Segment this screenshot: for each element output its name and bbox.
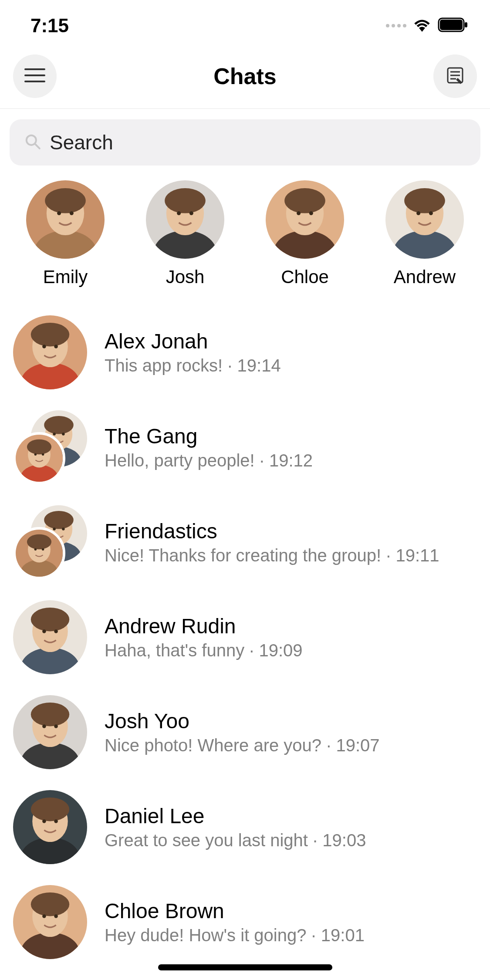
story-item[interactable]: Josh — [128, 180, 242, 287]
svg-point-29 — [309, 211, 313, 215]
svg-point-70 — [42, 629, 46, 633]
battery-icon — [438, 17, 468, 34]
chat-name: Daniel Lee — [105, 804, 477, 828]
svg-rect-1 — [440, 20, 463, 30]
svg-point-33 — [404, 188, 445, 213]
story-item[interactable]: Andrew — [368, 180, 481, 287]
svg-point-88 — [42, 914, 46, 918]
chat-item[interactable]: Andrew Rudin Haha, that's funny · 19:09 — [13, 590, 477, 685]
search-container — [0, 109, 490, 176]
chat-name: Andrew Rudin — [105, 614, 477, 638]
chat-list[interactable]: Alex Jonah This app rocks! · 19:14 The G… — [0, 305, 490, 970]
avatar — [266, 180, 344, 259]
chat-item[interactable]: Alex Jonah This app rocks! · 19:14 — [13, 305, 477, 400]
chat-name: The Gang — [105, 424, 477, 448]
avatar — [13, 315, 87, 389]
svg-line-11 — [35, 144, 40, 149]
avatar — [13, 695, 87, 769]
chat-content: The Gang Hello, party people! · 19:12 — [105, 424, 477, 470]
chat-content: Friendastics Nice! Thanks for creating t… — [105, 519, 477, 565]
status-time: 7:15 — [30, 15, 69, 37]
svg-point-87 — [31, 892, 69, 916]
chat-content: Chloe Brown Hey dude! How's it going? · … — [105, 899, 477, 945]
avatar — [13, 790, 87, 864]
svg-point-57 — [44, 511, 74, 529]
story-item[interactable]: Emily — [9, 180, 122, 287]
svg-point-58 — [53, 527, 56, 531]
svg-point-75 — [31, 703, 69, 726]
chat-name: Alex Jonah — [105, 329, 477, 353]
story-name: Chloe — [281, 267, 329, 287]
svg-point-82 — [42, 819, 46, 823]
svg-point-81 — [31, 798, 69, 821]
avatar — [13, 600, 87, 674]
svg-point-77 — [54, 724, 58, 728]
svg-point-52 — [34, 453, 37, 456]
stories-row[interactable]: Emily Josh Chloe Andrew — [0, 176, 490, 305]
chat-preview: This app rocks! · 19:14 — [105, 356, 477, 375]
status-bar: 7:15 — [0, 0, 490, 48]
svg-point-41 — [54, 345, 58, 348]
chat-content: Andrew Rudin Haha, that's funny · 19:09 — [105, 614, 477, 660]
svg-point-45 — [44, 416, 74, 434]
avatar — [26, 180, 105, 259]
svg-point-15 — [45, 188, 86, 213]
svg-point-34 — [416, 211, 420, 215]
svg-point-39 — [31, 323, 69, 346]
chat-name: Friendastics — [105, 519, 477, 543]
menu-button[interactable] — [13, 54, 57, 98]
chat-content: Daniel Lee Great to see you last night ·… — [105, 804, 477, 850]
chat-item[interactable]: Josh Yoo Nice photo! Where are you? · 19… — [13, 685, 477, 780]
chat-item[interactable]: The Gang Hello, party people! · 19:12 — [13, 400, 477, 495]
svg-point-22 — [177, 211, 181, 215]
svg-rect-2 — [465, 22, 467, 27]
chat-preview: Great to see you last night · 19:03 — [105, 831, 477, 850]
svg-point-64 — [34, 548, 37, 551]
chat-name: Chloe Brown — [105, 899, 477, 923]
story-name: Andrew — [394, 267, 456, 287]
story-item[interactable]: Chloe — [248, 180, 362, 287]
svg-point-35 — [429, 211, 433, 215]
chat-content: Josh Yoo Nice photo! Where are you? · 19… — [105, 709, 477, 755]
avatar — [146, 180, 224, 259]
chat-content: Alex Jonah This app rocks! · 19:14 — [105, 329, 477, 375]
svg-point-16 — [57, 211, 61, 215]
search-icon — [24, 133, 41, 152]
story-name: Emily — [43, 267, 88, 287]
signal-dots-icon — [386, 24, 406, 27]
chat-item[interactable]: Chloe Brown Hey dude! How's it going? · … — [13, 875, 477, 970]
compose-button[interactable] — [433, 54, 477, 98]
svg-point-46 — [53, 433, 56, 436]
svg-point-71 — [54, 629, 58, 633]
svg-point-65 — [42, 548, 44, 551]
chat-preview: Hello, party people! · 19:12 — [105, 451, 477, 470]
chat-item[interactable]: Daniel Lee Great to see you last night ·… — [13, 780, 477, 875]
svg-point-23 — [189, 211, 193, 215]
chat-item[interactable]: Friendastics Nice! Thanks for creating t… — [13, 495, 477, 590]
page-title: Chats — [213, 63, 276, 89]
header: Chats — [0, 48, 490, 109]
home-indicator[interactable] — [158, 964, 332, 970]
svg-point-21 — [165, 188, 206, 213]
svg-point-83 — [54, 819, 58, 823]
svg-point-63 — [27, 534, 51, 550]
svg-point-76 — [42, 724, 46, 728]
svg-point-28 — [297, 211, 301, 215]
svg-point-47 — [62, 433, 65, 436]
group-avatar — [13, 505, 87, 579]
svg-point-69 — [31, 608, 69, 631]
wifi-icon — [412, 18, 432, 34]
story-name: Josh — [166, 267, 205, 287]
avatar — [385, 180, 464, 259]
svg-point-40 — [42, 345, 46, 348]
svg-point-17 — [70, 211, 74, 215]
svg-point-27 — [284, 188, 325, 213]
avatar — [13, 885, 87, 959]
chat-preview: Nice! Thanks for creating the group! · 1… — [105, 546, 477, 565]
search-input[interactable] — [50, 131, 466, 154]
svg-point-53 — [42, 453, 44, 456]
chat-preview: Haha, that's funny · 19:09 — [105, 641, 477, 660]
svg-point-89 — [54, 914, 58, 918]
search-bar[interactable] — [10, 119, 480, 166]
svg-point-59 — [62, 527, 65, 531]
